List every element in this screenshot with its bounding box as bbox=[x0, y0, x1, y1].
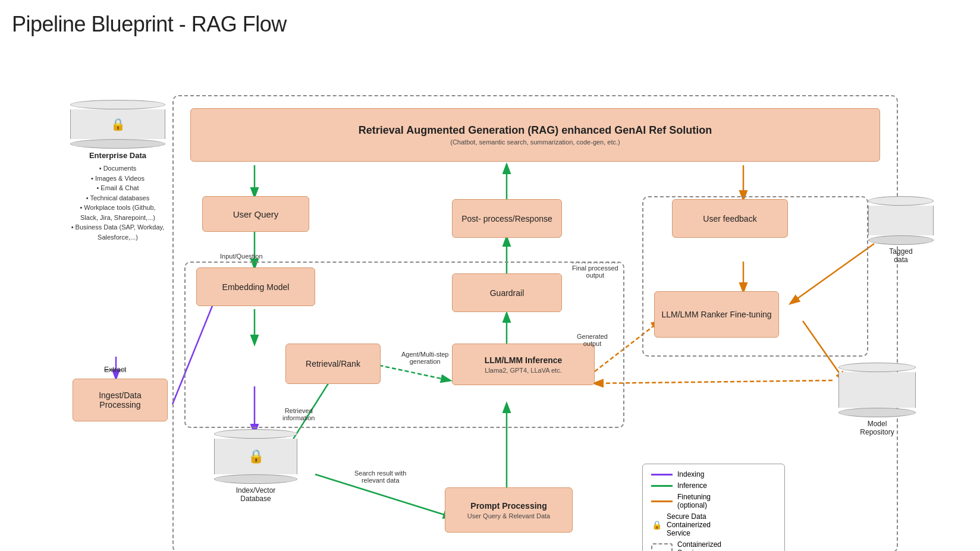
tagged-data-label: Tagged data bbox=[889, 247, 912, 264]
legend-inference: Inference bbox=[651, 481, 776, 490]
legend-shield-icon: 🔒 bbox=[652, 520, 662, 530]
legend-finetuning: Finetuning (optional) bbox=[651, 493, 776, 509]
extract-label: Extract bbox=[104, 366, 126, 374]
enterprise-data-label: Enterprise Data bbox=[89, 151, 146, 160]
legend-indexing: Indexing bbox=[651, 470, 776, 478]
retrieval-rank-box: Retrieval/Rank bbox=[285, 344, 381, 384]
ingest-data-box: Ingest/Data Processing bbox=[73, 379, 168, 421]
diagram: Retrieval Augmented Generation (RAG) enh… bbox=[12, 48, 963, 551]
model-repo-label: Model Repository bbox=[860, 420, 894, 436]
model-repository-cylinder: Model Repository bbox=[838, 363, 916, 436]
user-query-box: User Query bbox=[202, 196, 309, 232]
index-vector-cylinder: 🔒 Index/Vector Database bbox=[214, 429, 297, 503]
shield-icon: 🔒 bbox=[248, 449, 264, 464]
index-vector-label: Index/Vector Database bbox=[236, 486, 276, 503]
legend-box: Indexing Inference Finetuning (optional)… bbox=[642, 464, 785, 551]
lock-icon: 🔒 bbox=[111, 117, 125, 131]
prompt-processing-box: Prompt Processing User Query & Relevant … bbox=[445, 487, 573, 533]
user-feedback-box: User feedback bbox=[672, 199, 788, 238]
guardrail-box: Guardrail bbox=[452, 273, 562, 312]
embedding-model-box: Embedding Model bbox=[196, 267, 315, 306]
legend-containerized: ContainerizedService bbox=[651, 540, 776, 551]
enterprise-data-cylinder: 🔒 Enterprise Data • Documents • Images &… bbox=[70, 100, 165, 242]
legend-secure: 🔒 Secure Data Containerized Service bbox=[651, 512, 776, 537]
llm-inference-box: LLM/LMM Inference Llama2, GPT4, LLaVA et… bbox=[452, 344, 595, 385]
final-processed-label: Final processed output bbox=[572, 263, 618, 279]
tagged-data-cylinder: Tagged data bbox=[868, 196, 934, 264]
generated-output-label: Generated output bbox=[577, 333, 608, 347]
input-question-label: Input/Question bbox=[220, 253, 263, 260]
post-process-box: Post- process/Response bbox=[452, 199, 562, 238]
retrieved-info-label: Retrieved information bbox=[282, 407, 315, 421]
page-title: Pipeline Blueprint - RAG Flow bbox=[12, 12, 968, 37]
llm-ranker-box: LLM/LMM Ranker Fine-tuning bbox=[654, 291, 779, 338]
rag-title-box: Retrieval Augmented Generation (RAG) enh… bbox=[190, 108, 880, 162]
agent-multi-label: Agent/Multi-step generation bbox=[401, 351, 448, 365]
enterprise-data-items: • Documents • Images & Videos • Email & … bbox=[70, 163, 165, 242]
search-result-label: Search result with relevant data bbox=[354, 470, 406, 484]
